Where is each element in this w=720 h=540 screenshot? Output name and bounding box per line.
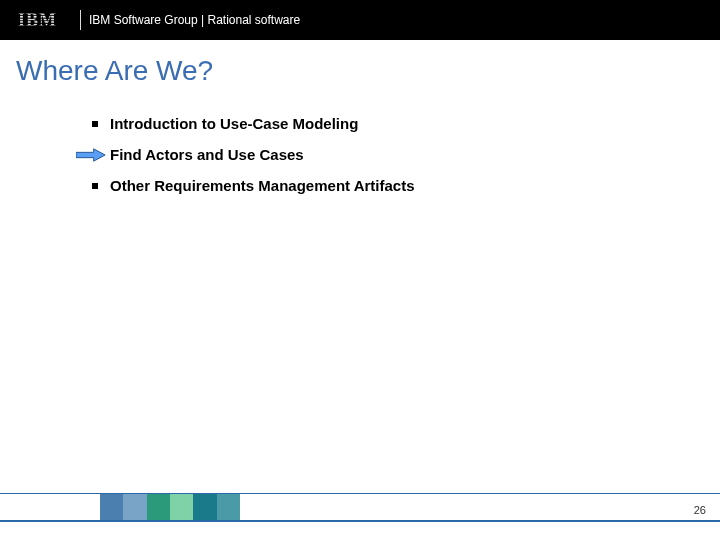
- page-number: 26: [694, 504, 706, 516]
- footer: 26: [0, 494, 720, 522]
- bullet-item: Introduction to Use-Case Modeling: [80, 115, 640, 132]
- bullet-text: Introduction to Use-Case Modeling: [110, 115, 358, 132]
- slide: IBM IBM Software Group | Rational softwa…: [0, 0, 720, 540]
- ibm-logo: IBM: [18, 11, 62, 29]
- footer-decoration: [100, 494, 240, 522]
- bullet-square-icon: [80, 183, 110, 189]
- bullet-square-icon: [80, 121, 110, 127]
- bullet-item: Other Requirements Management Artifacts: [80, 177, 640, 194]
- bullet-text: Other Requirements Management Artifacts: [110, 177, 415, 194]
- header-bar: IBM IBM Software Group | Rational softwa…: [0, 0, 720, 40]
- svg-marker-2: [76, 148, 105, 160]
- bullet-list: Introduction to Use-Case Modeling Find A…: [80, 115, 640, 208]
- header-divider: [80, 10, 81, 30]
- footer-line: [0, 520, 720, 522]
- slide-title: Where Are We?: [16, 55, 213, 87]
- bullet-item-current: Find Actors and Use Cases: [80, 146, 640, 163]
- svg-text:IBM: IBM: [18, 11, 57, 29]
- header-text: IBM Software Group | Rational software: [89, 13, 300, 27]
- arrow-right-icon: [76, 147, 106, 163]
- bullet-text: Find Actors and Use Cases: [110, 146, 304, 163]
